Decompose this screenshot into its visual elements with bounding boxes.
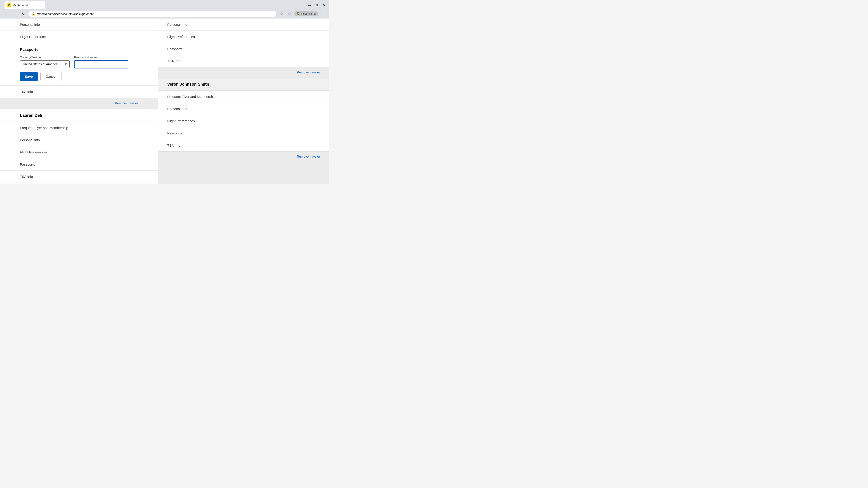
tsa-info-item[interactable]: TSA Info: [0, 86, 158, 98]
lauren-flight-prefs-label: Flight Preferences: [20, 150, 48, 154]
lauren-passports-label: Passports: [20, 162, 35, 166]
veron-remove-traveler-link[interactable]: Remove traveler: [297, 155, 320, 158]
lauren-flight-prefs-item[interactable]: Flight Preferences: [0, 146, 158, 158]
passports-section-title: Passports: [20, 47, 138, 52]
remove-traveler-section: Remove traveler: [0, 98, 158, 109]
tab-bar: E My Account × + — ⧉ ✕: [0, 0, 329, 9]
veron-freq-flyer-label: Frequent Flyer and Membership: [167, 95, 215, 98]
veron-johnson-header: Veron Johnson Smith: [158, 77, 329, 91]
split-view-button[interactable]: ⧉: [286, 10, 293, 17]
tab-favicon: E: [7, 3, 11, 7]
tab-close-button[interactable]: ×: [38, 3, 42, 7]
security-icon: 🔒: [32, 12, 35, 15]
lauren-tsa-info-item[interactable]: TSA Info: [0, 170, 158, 183]
toolbar-right: ☆ ⧉ 🕵 Incognito (2) ⋮: [278, 10, 327, 17]
passport-number-group: Passport Number: [74, 56, 128, 68]
lauren-personal-info-item[interactable]: Personal Info: [0, 134, 158, 146]
lauren-deli-header: Lauren Deli: [0, 109, 158, 122]
personal-info-label: Personal Info: [20, 23, 40, 26]
lauren-freq-flyer-item[interactable]: Frequent Flyer and Membership: [0, 122, 158, 134]
veron-passports-item[interactable]: Passports: [158, 127, 329, 139]
right-remove-traveler-link[interactable]: Remove traveler: [297, 70, 320, 74]
address-url: expedia.com/user/account/?&selc=payment: [37, 12, 273, 15]
right-panel: Personal Info Flight Preferences Passpor…: [158, 19, 329, 184]
lauren-personal-info-label: Personal Info: [20, 138, 40, 142]
left-panel: Personal Info Flight Preferences Passpor…: [0, 19, 158, 184]
veron-freq-flyer-item[interactable]: Frequent Flyer and Membership: [158, 91, 329, 103]
flight-preferences-label: Flight Preferences: [20, 35, 48, 39]
country-select-wrapper: United States of America Canada United K…: [20, 60, 70, 68]
right-tsa-info-label: TSA Info: [167, 59, 180, 63]
veron-remove-traveler-section: Remove traveler: [158, 152, 329, 162]
passports-section: Passports Country/Territory United State…: [0, 43, 158, 86]
lauren-deli-label: Lauren Deli: [20, 113, 42, 118]
veron-passports-label: Passports: [167, 131, 182, 135]
save-button[interactable]: Save: [20, 72, 38, 81]
veron-personal-info-label: Personal Info: [167, 107, 187, 111]
flight-preferences-item[interactable]: Flight Preferences: [0, 31, 158, 43]
right-tsa-info-item[interactable]: TSA Info: [158, 55, 329, 67]
new-tab-button[interactable]: +: [47, 2, 53, 8]
forward-button[interactable]: →: [11, 10, 18, 17]
incognito-icon: 🕵: [297, 12, 300, 15]
close-window-button[interactable]: ✕: [321, 2, 327, 8]
veron-tsa-info-item[interactable]: TSA Info: [158, 139, 329, 152]
bookmark-button[interactable]: ☆: [278, 10, 285, 17]
veron-tsa-info-label: TSA Info: [167, 143, 180, 147]
browser-chrome: E My Account × + — ⧉ ✕ ← → ↻ 🔒 expedia.c…: [0, 0, 329, 19]
remove-traveler-link[interactable]: Remove traveler: [115, 101, 138, 105]
veron-flight-prefs-item[interactable]: Flight Preferences: [158, 115, 329, 127]
page-content: Personal Info Flight Preferences Passpor…: [0, 19, 329, 184]
lauren-freq-flyer-label: Frequent Flyer and Membership: [20, 126, 68, 130]
country-territory-select[interactable]: United States of America Canada United K…: [20, 60, 70, 68]
right-passports-item[interactable]: Passports: [158, 43, 329, 55]
passport-form: Country/Territory United States of Ameri…: [20, 56, 138, 68]
lauren-passports-item[interactable]: Passports: [0, 158, 158, 170]
right-personal-info-label: Personal Info: [167, 23, 187, 26]
veron-johnson-label: Veron Johnson Smith: [167, 82, 209, 87]
minimize-button[interactable]: —: [307, 2, 313, 8]
country-territory-label: Country/Territory: [20, 56, 70, 59]
back-button[interactable]: ←: [3, 10, 9, 17]
incognito-label: Incognito (2): [301, 12, 316, 15]
cancel-button[interactable]: Cancel: [40, 72, 61, 81]
tsa-info-label: TSA Info: [20, 90, 33, 94]
right-remove-traveler-section: Remove traveler: [158, 67, 329, 77]
personal-info-item[interactable]: Personal Info: [0, 19, 158, 31]
veron-flight-prefs-label: Flight Preferences: [167, 119, 195, 123]
passport-number-input[interactable]: [74, 60, 128, 68]
address-bar[interactable]: 🔒 expedia.com/user/account/?&selc=paymen…: [29, 11, 276, 17]
right-passports-label: Passports: [167, 47, 182, 51]
form-actions: Save Cancel: [20, 72, 138, 81]
tab-title: My Account: [13, 4, 37, 7]
veron-personal-info-item[interactable]: Personal Info: [158, 103, 329, 115]
address-bar-row: ← → ↻ 🔒 expedia.com/user/account/?&selc=…: [0, 9, 329, 19]
incognito-badge[interactable]: 🕵 Incognito (2): [294, 11, 318, 16]
country-territory-group: Country/Territory United States of Ameri…: [20, 56, 70, 68]
reload-button[interactable]: ↻: [20, 10, 27, 17]
active-tab[interactable]: E My Account ×: [4, 1, 45, 9]
maximize-button[interactable]: ⧉: [314, 2, 320, 8]
right-flight-prefs-label: Flight Preferences: [167, 35, 195, 39]
browser-menu-button[interactable]: ⋮: [320, 10, 327, 17]
right-personal-info-item[interactable]: Personal Info: [158, 19, 329, 31]
passport-number-label: Passport Number: [74, 56, 128, 59]
right-flight-prefs-item[interactable]: Flight Preferences: [158, 31, 329, 43]
lauren-tsa-info-label: TSA Info: [20, 175, 33, 178]
